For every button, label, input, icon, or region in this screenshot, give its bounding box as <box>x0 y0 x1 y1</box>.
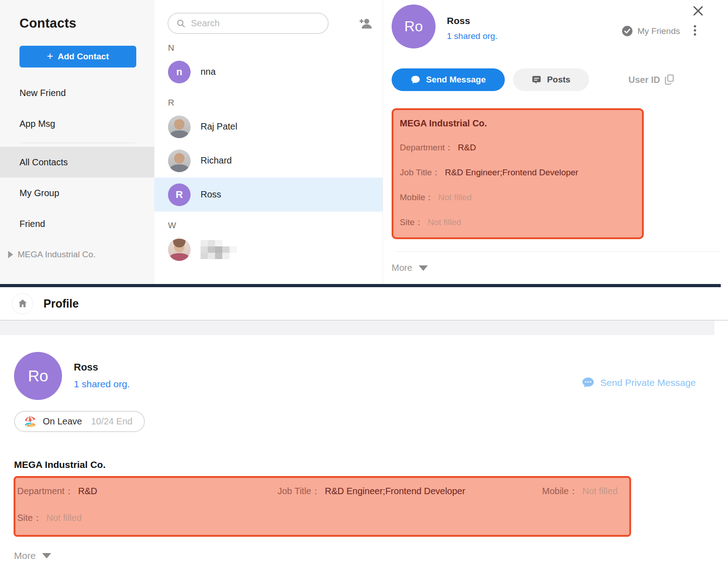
field-label: Department： <box>400 142 453 154</box>
company-name: MEGA Industrial Co. <box>400 118 636 129</box>
sidebar-item-org-mega-industrial[interactable]: MEGA Industrial Co. <box>8 245 154 264</box>
posts-button[interactable]: Posts <box>513 68 589 91</box>
field-label: Site： <box>17 512 42 524</box>
sidebar-item-label: New Friend <box>19 88 66 98</box>
chat-bubble-icon <box>411 75 421 85</box>
sidebar-item-app-msg[interactable]: App Msg <box>19 108 154 139</box>
field-value: R&D Engineer;Frontend Developer <box>445 168 579 178</box>
avatar <box>168 116 191 138</box>
close-icon[interactable] <box>692 5 704 19</box>
contact-detail-panel: My Friends Ro Ross 1 shared org. <box>383 0 728 284</box>
more-toggle[interactable]: More <box>14 550 728 561</box>
kebab-menu-icon[interactable] <box>694 24 696 37</box>
sidebar-item-label: Friend <box>19 219 45 229</box>
field-value: R&D <box>78 486 97 496</box>
relationship-badge: My Friends <box>622 25 680 37</box>
chevron-right-icon <box>8 251 13 258</box>
status-detail: 10/24 End <box>91 416 132 427</box>
field-label: Site： <box>400 217 423 228</box>
posts-label: Posts <box>547 75 570 85</box>
detail-actions: Send Message Posts User ID <box>392 68 728 91</box>
sidebar-item-label: My Group <box>19 188 59 198</box>
profile-name: Ross <box>74 361 130 373</box>
check-badge-icon <box>622 25 633 37</box>
search-icon <box>177 19 186 29</box>
field-label: Department： <box>17 485 74 497</box>
company-name: MEGA Industrial Co. <box>14 459 728 470</box>
field-department: Department： R&D <box>17 485 97 497</box>
avatar: R <box>168 183 191 206</box>
field-value: Not filled <box>582 486 618 496</box>
send-private-message-label: Send Private Message <box>600 377 696 388</box>
field-job-title: Job Title： R&D Engineer;Frontend Develop… <box>400 167 636 178</box>
shared-org-link[interactable]: 1 shared org. <box>74 379 130 390</box>
send-message-button[interactable]: Send Message <box>392 68 505 91</box>
shared-org-link[interactable]: 1 shared org. <box>447 31 498 41</box>
contact-name: Richard <box>201 155 232 166</box>
avatar <box>168 238 191 261</box>
add-contact-label: Add Contact <box>58 52 109 62</box>
field-value: Not filled <box>438 193 472 202</box>
relationship-label: My Friends <box>637 26 680 36</box>
contacts-app: Contacts + Add Contact New Friend App Ms… <box>0 0 728 568</box>
user-id-copy[interactable]: User ID <box>628 74 675 85</box>
section-letter: W <box>154 221 383 232</box>
field-job-title: Job Title： R&D Engineer;Frontend Develop… <box>278 485 465 497</box>
profile-page-title: Profile <box>43 297 79 310</box>
org-item-label: MEGA Industrial Co. <box>18 250 96 260</box>
more-label: More <box>392 263 412 273</box>
field-label: Job Title： <box>400 167 441 178</box>
contact-name: nna <box>201 67 216 77</box>
contact-list-panel: N n nna R Raj Patel Richard R Ross W <box>154 0 383 284</box>
chevron-down-icon <box>419 265 428 271</box>
field-label: Mobile： <box>400 192 434 203</box>
beach-umbrella-icon: 🏖️ <box>24 416 36 428</box>
contact-row-raj-patel[interactable]: Raj Patel <box>154 110 383 144</box>
toolbar-band <box>0 321 714 335</box>
home-button[interactable] <box>12 293 33 314</box>
contact-row-redacted[interactable] <box>154 232 383 266</box>
sidebar-item-all-contacts[interactable]: All Contacts <box>0 147 154 178</box>
contact-row-ross[interactable]: R Ross <box>154 178 383 212</box>
divider <box>396 251 721 252</box>
sidebar-item-label: App Msg <box>19 119 55 129</box>
avatar <box>168 149 191 172</box>
avatar: Ro <box>14 352 62 400</box>
window-divider <box>0 284 721 287</box>
contact-name: Ross <box>201 189 221 200</box>
sidebar-item-new-friend[interactable]: New Friend <box>19 77 154 108</box>
field-value: R&D <box>458 143 476 153</box>
search-row <box>154 0 383 34</box>
contact-detail-name: Ross <box>447 15 498 26</box>
field-label: Mobile： <box>542 485 578 497</box>
sidebar: Contacts + Add Contact New Friend App Ms… <box>0 0 154 284</box>
sidebar-divider <box>19 143 135 143</box>
avatar: Ro <box>392 5 436 48</box>
search-input[interactable] <box>191 18 320 29</box>
profile-identity: Ro Ross 1 shared org. <box>14 352 728 400</box>
redacted-name <box>201 240 237 259</box>
chevron-down-icon <box>42 553 51 558</box>
sidebar-nav: New Friend App Msg All Contacts My Group… <box>19 77 154 264</box>
contact-row-richard[interactable]: Richard <box>154 144 383 178</box>
sidebar-item-my-group[interactable]: My Group <box>19 178 154 208</box>
avatar: n <box>168 61 191 83</box>
field-value: R&D Engineer;Frontend Developer <box>325 486 465 496</box>
org-info-card-highlighted: MEGA Industrial Co. Department： R&D Job … <box>392 108 644 239</box>
plus-icon: + <box>47 50 53 63</box>
field-value: Not filled <box>428 217 461 227</box>
contact-row-nna[interactable]: n nna <box>154 55 383 89</box>
add-friend-icon[interactable] <box>359 18 373 29</box>
profile-header: Profile <box>0 287 728 321</box>
profile-window: Profile Send Private Message Ro Ross 1 s… <box>0 284 728 568</box>
field-label: Job Title： <box>278 485 320 497</box>
posts-icon <box>532 75 541 85</box>
sidebar-item-label: All Contacts <box>19 157 68 168</box>
add-contact-button[interactable]: + Add Contact <box>19 46 136 67</box>
more-toggle[interactable]: More <box>392 263 728 273</box>
send-private-message-link[interactable]: Send Private Message <box>582 377 696 389</box>
sidebar-item-friend[interactable]: Friend <box>19 208 154 239</box>
chat-dots-icon <box>582 377 594 389</box>
status-label: On Leave <box>43 416 82 427</box>
search-box[interactable] <box>168 13 329 34</box>
